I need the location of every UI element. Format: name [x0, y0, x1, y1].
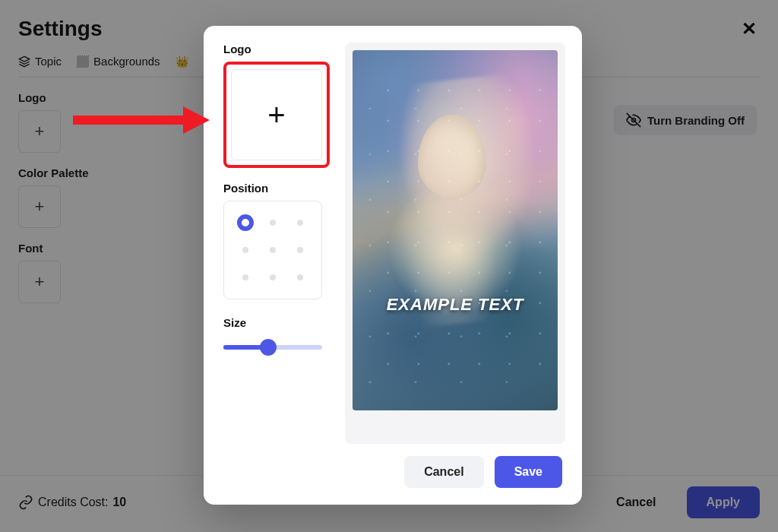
modal-size-label: Size	[223, 316, 330, 329]
position-mid-right[interactable]	[286, 236, 314, 264]
position-top-center[interactable]	[259, 209, 286, 236]
position-top-left[interactable]	[232, 209, 259, 236]
plus-icon: +	[267, 98, 285, 132]
modal-save-button[interactable]: Save	[495, 456, 562, 488]
preview-image: EXAMPLE TEXT	[353, 50, 558, 410]
position-mid-center[interactable]	[259, 236, 286, 264]
position-bot-center[interactable]	[259, 264, 286, 291]
position-top-right[interactable]	[286, 209, 314, 236]
logo-upload-dropzone[interactable]: +	[223, 62, 330, 168]
position-bot-right[interactable]	[286, 264, 314, 291]
modal-cancel-button[interactable]: Cancel	[404, 456, 483, 488]
size-slider[interactable]	[223, 340, 322, 355]
preview-text: EXAMPLE TEXT	[353, 295, 558, 315]
logo-modal: Logo + Position Size	[204, 26, 582, 505]
position-mid-left[interactable]	[232, 236, 259, 264]
modal-position-label: Position	[223, 182, 330, 195]
position-grid	[223, 201, 322, 299]
modal-logo-label: Logo	[223, 43, 330, 55]
position-bot-left[interactable]	[232, 264, 259, 291]
slider-thumb[interactable]	[260, 339, 277, 356]
